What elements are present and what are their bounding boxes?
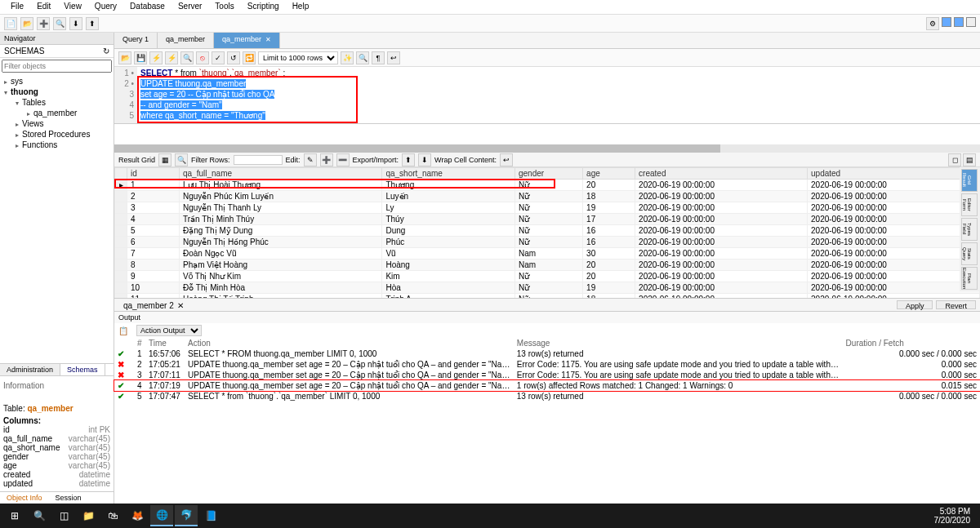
tree-qa-member[interactable]: qa_member (33, 109, 77, 118)
close-icon[interactable]: ✕ (265, 36, 271, 43)
workbench-icon[interactable]: 🐬 (175, 505, 198, 526)
editor-scrollbar[interactable] (114, 144, 980, 153)
file-explorer-icon[interactable]: 📁 (77, 505, 100, 526)
execute-icon[interactable]: ⚡ (149, 51, 163, 64)
grid-icon[interactable]: ▦ (158, 153, 172, 166)
grid-filter-icon[interactable]: 🔍 (175, 153, 188, 166)
open-sql-icon[interactable]: 📂 (20, 17, 33, 30)
menu-scripting[interactable]: Scripting (241, 2, 286, 12)
app-icon[interactable]: 📘 (199, 505, 222, 526)
settings-icon[interactable]: ⚙ (926, 17, 939, 30)
schema-tree[interactable]: ▸sys ▾thuong ▾Tables ▸qa_member ▸Views ▸… (0, 74, 114, 363)
menu-database[interactable]: Database (123, 2, 172, 12)
filter-rows-input[interactable] (234, 155, 283, 165)
editor-tab[interactable]: qa_member✕ (214, 33, 280, 48)
column-header[interactable]: id (127, 168, 180, 180)
output-row[interactable]: ✖317:07:11UPDATE thuong.qa_member set ag… (114, 370, 980, 380)
tab-schemas[interactable]: Schemas (60, 364, 105, 375)
save-icon[interactable]: 💾 (134, 51, 147, 64)
side-field-types[interactable]: Field Types (961, 218, 978, 241)
delete-row-icon[interactable]: ➖ (336, 153, 350, 166)
menu-view[interactable]: View (57, 2, 88, 12)
invisible-icon[interactable]: ¶ (372, 51, 385, 64)
firefox-icon[interactable]: 🦊 (126, 505, 149, 526)
tab-administration[interactable]: Administration (0, 364, 60, 375)
stop-icon[interactable]: ⦸ (196, 51, 209, 64)
store-icon[interactable]: 🛍 (101, 505, 124, 526)
output-type-select[interactable]: Action Output (136, 325, 202, 336)
refresh-icon[interactable]: ↻ (103, 47, 109, 55)
column-header[interactable]: created (635, 168, 808, 180)
side-form-editor[interactable]: Form Editor (961, 193, 978, 216)
column-header[interactable]: qa_short_name (382, 168, 515, 180)
table-row[interactable]: 8Phạm Việt HoàngHoàngNam202020-06-19 00:… (115, 260, 980, 271)
menu-tools[interactable]: Tools (208, 2, 240, 12)
side-result-grid[interactable]: Result Grid (961, 169, 978, 192)
dock-icon[interactable]: ▤ (963, 153, 976, 166)
data-export-icon[interactable]: ⬆ (86, 17, 99, 30)
chrome-icon[interactable]: 🌐 (150, 505, 173, 526)
search-icon[interactable]: 🔍 (28, 505, 51, 526)
new-tab-icon[interactable]: ➕ (37, 17, 50, 30)
open-file-icon[interactable]: 📂 (118, 51, 131, 64)
beautify-icon[interactable]: ✨ (341, 51, 354, 64)
menu-help[interactable]: Help (286, 2, 316, 12)
limit-select[interactable]: Limit to 1000 rows (258, 51, 338, 64)
wrap-icon[interactable]: ↩ (387, 51, 400, 64)
apply-button[interactable]: Apply (897, 300, 933, 309)
result-grid[interactable]: idqa_full_nameqa_short_namegenderagecrea… (114, 167, 980, 298)
tab-object-info[interactable]: Object Info (0, 492, 49, 504)
editor-tab[interactable]: Query 1 (114, 33, 158, 48)
table-row[interactable]: 5Đặng Thị Mỹ DungDungNữ162020-06-19 00:0… (115, 225, 980, 237)
result-tab[interactable]: qa_member 2✕ (118, 300, 189, 309)
layout-icon-1[interactable] (942, 17, 951, 27)
wrap-cell-icon[interactable]: ↩ (500, 153, 513, 166)
table-row[interactable]: 7Đoàn Ngọc VũVũNam302020-06-19 00:00:002… (115, 248, 980, 260)
export-icon[interactable]: ⬆ (402, 153, 415, 166)
side-query-stats[interactable]: Query Stats (961, 242, 978, 265)
edit-icon[interactable]: ✎ (304, 153, 317, 166)
column-header[interactable]: age (583, 168, 635, 180)
table-row[interactable]: 2Nguyễn Phúc Kim LuyếnLuyếnNữ182020-06-1… (115, 191, 980, 202)
tree-fn[interactable]: Functions (22, 140, 57, 149)
explain-icon[interactable]: 🔍 (180, 51, 194, 64)
tree-db[interactable]: thuong (11, 87, 38, 96)
column-header[interactable]: qa_full_name (180, 168, 382, 180)
output-row[interactable]: ✔417:07:19UPDATE thuong.qa_member set ag… (114, 380, 980, 391)
find-icon[interactable]: 🔍 (356, 51, 369, 64)
task-view-icon[interactable]: ◫ (52, 505, 75, 526)
output-row[interactable]: ✔517:07:47SELECT * from `thuong`.`qa_mem… (114, 391, 980, 402)
table-row[interactable]: 4Trần Thị Minh ThúyThúyNữ172020-06-19 00… (115, 214, 980, 225)
sql-editor[interactable]: 1 •2 •345 SELECT * from `thuong`.`qa_mem… (114, 67, 980, 124)
tree-sys[interactable]: sys (11, 77, 23, 86)
pin-icon[interactable]: ◻ (948, 153, 961, 166)
tree-views[interactable]: Views (22, 119, 44, 128)
add-row-icon[interactable]: ➕ (320, 153, 333, 166)
tree-tables[interactable]: Tables (22, 98, 46, 107)
windows-taskbar[interactable]: ⊞ 🔍 ◫ 📁 🛍 🦊 🌐 🐬 📘 5:08 PM7/20/2020 (0, 504, 980, 528)
table-row[interactable]: ▸1Lưu Thị Hoài ThươngThươngNữ202020-06-1… (115, 180, 980, 191)
menu-query[interactable]: Query (88, 2, 123, 12)
output-row[interactable]: ✔116:57:06SELECT * FROM thuong.qa_member… (114, 348, 980, 359)
table-row[interactable]: 11Hoàng Thị Tố TrinhTrinh ANữ182020-06-1… (115, 294, 980, 299)
table-row[interactable]: 3Nguyễn Thị Thanh LyLyNữ192020-06-19 00:… (115, 202, 980, 214)
menu-file[interactable]: File (4, 2, 30, 12)
table-row[interactable]: 9Võ Thị Như KimKimNữ202020-06-19 00:00:0… (115, 271, 980, 282)
layout-icon-3[interactable] (966, 17, 976, 27)
table-row[interactable]: 10Đỗ Thị Minh HòaHòaNữ192020-06-19 00:00… (115, 282, 980, 294)
clock[interactable]: 5:08 PM7/20/2020 (934, 507, 978, 525)
execute-cursor-icon[interactable]: ⚡ (165, 51, 178, 64)
menu-edit[interactable]: Edit (30, 2, 57, 12)
column-header[interactable]: gender (514, 168, 582, 180)
filter-input[interactable] (2, 60, 112, 73)
output-row[interactable]: ✖217:05:21UPDATE thuong.qa_member set ag… (114, 359, 980, 370)
tab-session[interactable]: Session (49, 492, 88, 504)
close-icon[interactable]: ✕ (177, 301, 184, 310)
commit-icon[interactable]: ✓ (212, 51, 225, 64)
import-icon[interactable]: ⬇ (418, 153, 431, 166)
side-execution-plan[interactable]: Execution Plan (961, 267, 978, 290)
menu-server[interactable]: Server (172, 2, 208, 12)
data-import-icon[interactable]: ⬇ (69, 17, 82, 30)
new-sql-icon[interactable]: 📄 (4, 17, 17, 30)
layout-icon-2[interactable] (954, 17, 964, 27)
